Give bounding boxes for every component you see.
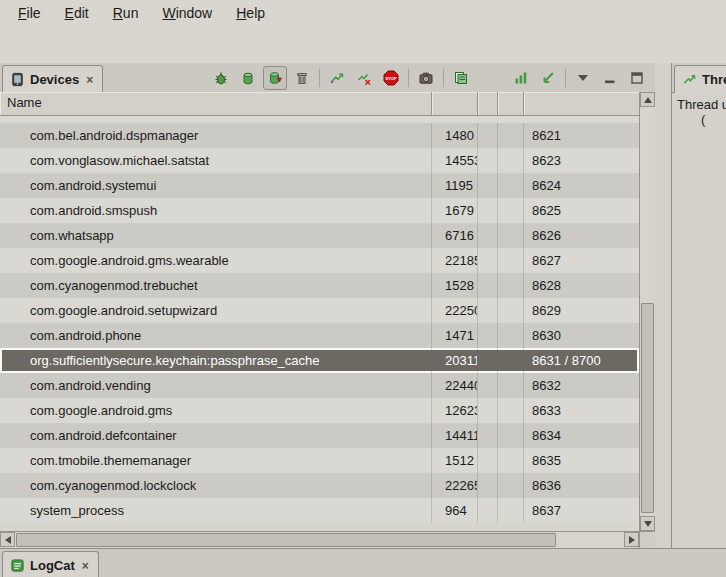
cell-port: 8628 — [524, 273, 639, 298]
minimize-icon[interactable] — [598, 66, 622, 90]
menubar: FileEditRunWindowHelp — [0, 0, 726, 27]
table-row[interactable]: com.android.phone14718630 — [0, 323, 639, 348]
cell-e1 — [478, 298, 498, 323]
debug-process-icon[interactable] — [209, 66, 233, 90]
cell-name: system_process — [0, 498, 432, 523]
column-header-empty1[interactable] — [478, 92, 498, 115]
stop-process-icon[interactable]: STOP — [379, 66, 403, 90]
table-row[interactable]: com.vonglasow.michael.satstat145538623 — [0, 148, 639, 173]
cell-port: 8633 — [524, 398, 639, 423]
cell-port: 8625 — [524, 198, 639, 223]
menu-run[interactable]: Run — [101, 2, 151, 24]
menu-window[interactable]: Window — [150, 2, 224, 24]
cell-e2 — [498, 448, 524, 473]
column-header-pid[interactable] — [432, 92, 478, 115]
table-row[interactable]: com.android.defcontainer144118634 — [0, 423, 639, 448]
screen-capture-icon[interactable] — [414, 66, 438, 90]
tab-devices-close-icon[interactable]: × — [84, 73, 95, 87]
cause-gc-icon[interactable] — [290, 66, 314, 90]
view-menu-icon[interactable] — [571, 66, 595, 90]
arrow-right-icon — [629, 536, 635, 544]
table-row[interactable]: com.android.vending224408632 — [0, 373, 639, 398]
table-row[interactable]: com.bel.android.dspmanager14808621 — [0, 123, 639, 148]
cell-pid: 14553 — [432, 148, 478, 173]
panel-sash[interactable] — [655, 63, 671, 548]
update-threads-icon[interactable] — [325, 66, 349, 90]
cell-e1 — [478, 473, 498, 498]
logcat-icon — [10, 558, 25, 573]
scroll-right-button[interactable] — [624, 532, 639, 547]
scroll-down-button[interactable] — [640, 516, 655, 531]
table-row[interactable]: org.sufficientlysecure.keychain:passphra… — [0, 348, 639, 373]
tab-devices-label: Devices — [30, 72, 79, 87]
toolbar-separator — [319, 69, 320, 87]
scroll-left-button[interactable] — [0, 532, 15, 547]
cell-e1 — [478, 148, 498, 173]
table-row[interactable]: com.android.systemui11958624 — [0, 173, 639, 198]
table-row[interactable]: com.android.smspush16798625 — [0, 198, 639, 223]
ddms-window: { "menubar": { "items": [ {"mnemonic": "… — [0, 0, 726, 577]
profile-threads-icon[interactable] — [352, 66, 376, 90]
vertical-scrollbar[interactable] — [639, 92, 655, 531]
cell-e2 — [498, 398, 524, 423]
update-heap-icon[interactable] — [236, 66, 260, 90]
cell-name: com.cyanogenmod.trebuchet — [0, 273, 432, 298]
device-table-header: Name — [0, 92, 639, 116]
cell-e1 — [478, 123, 498, 148]
cell-name: com.android.phone — [0, 323, 432, 348]
table-row[interactable]: com.cyanogenmod.trebuchet15288628 — [0, 273, 639, 298]
cell-pid: 20311 — [432, 348, 478, 373]
tab-devices[interactable]: Devices × — [2, 65, 103, 93]
system-info-icon[interactable] — [449, 66, 473, 90]
horizontal-scrollbar[interactable] — [0, 531, 639, 548]
scrollbar-corner — [639, 531, 655, 548]
cell-name: com.cyanogenmod.lockclock — [0, 473, 432, 498]
cell-pid: 22440 — [432, 373, 478, 398]
cell-pid: 1679 — [432, 198, 478, 223]
maximize-icon[interactable] — [625, 66, 649, 90]
table-row[interactable]: com.google.android.gms.wearable221858627 — [0, 248, 639, 273]
cell-port: 8629 — [524, 298, 639, 323]
column-header-name[interactable]: Name — [0, 92, 432, 115]
table-row[interactable]: com.whatsapp67168626 — [0, 223, 639, 248]
table-row[interactable]: system_process9648637 — [0, 498, 639, 523]
tab-threads[interactable]: Threads — [674, 65, 726, 93]
table-row[interactable]: com.cyanogenmod.lockclock222658636 — [0, 473, 639, 498]
menu-edit[interactable]: Edit — [53, 2, 101, 24]
start-method-profiling-icon[interactable] — [509, 66, 533, 90]
cell-name: com.tmobile.thememanager — [0, 448, 432, 473]
threads-icon — [682, 72, 697, 87]
device-table-content: Name com.bel.android.dspmanager14808621c… — [0, 92, 639, 531]
tab-logcat[interactable]: LogCat × — [2, 551, 99, 577]
device-table: Name com.bel.android.dspmanager14808621c… — [0, 92, 655, 548]
column-header-port[interactable] — [524, 92, 639, 115]
cell-pid: 964 — [432, 498, 478, 523]
scroll-up-button[interactable] — [640, 92, 655, 107]
cell-name: com.bel.android.dspmanager — [0, 123, 432, 148]
tab-threads-label: Threads — [702, 72, 726, 87]
cell-name: com.google.android.setupwizard — [0, 298, 432, 323]
toolbar-separator — [408, 69, 409, 87]
dump-hprof-icon[interactable] — [263, 66, 287, 90]
table-row[interactable]: com.tmobile.thememanager15128635 — [0, 448, 639, 473]
horizontal-scroll-thumb[interactable] — [16, 533, 556, 547]
cell-e1 — [478, 173, 498, 198]
cell-e2 — [498, 123, 524, 148]
cell-port: 8623 — [524, 148, 639, 173]
stop-method-profiling-icon[interactable] — [536, 66, 560, 90]
cell-name: com.android.systemui — [0, 173, 432, 198]
cell-e1 — [478, 498, 498, 523]
cell-e2 — [498, 198, 524, 223]
column-header-empty2[interactable] — [498, 92, 524, 115]
toolbar-separator — [443, 69, 444, 87]
vertical-scroll-thumb[interactable] — [641, 303, 654, 514]
cell-e1 — [478, 223, 498, 248]
menu-help[interactable]: Help — [224, 2, 277, 24]
cell-e1 — [478, 373, 498, 398]
threads-tabbar: Threads — [672, 63, 726, 93]
table-row[interactable]: com.google.android.setupwizard222508629 — [0, 298, 639, 323]
table-row[interactable]: com.google.android.gms126238633 — [0, 398, 639, 423]
devices-panel: Devices × STOP — [0, 63, 655, 548]
menu-file[interactable]: File — [6, 2, 53, 24]
tab-logcat-close-icon[interactable]: × — [80, 559, 91, 573]
